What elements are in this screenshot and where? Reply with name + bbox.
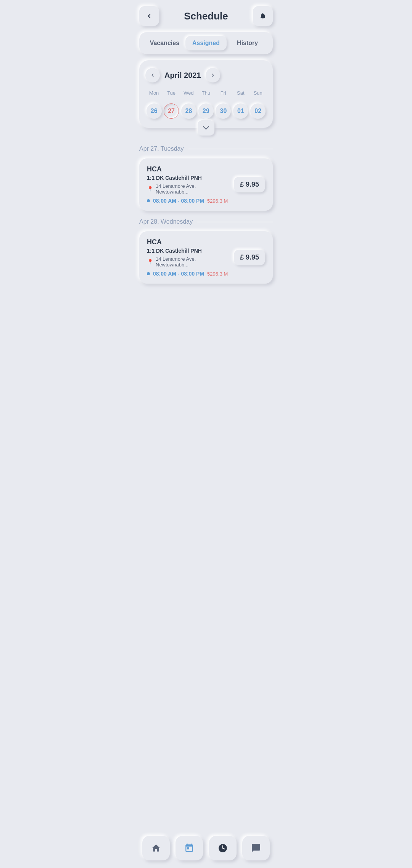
card-price-apr27[interactable]: £ 9.95 bbox=[234, 177, 265, 192]
card-title-apr27: HCA bbox=[147, 165, 229, 173]
date-divider-apr28 bbox=[197, 222, 273, 222]
day-number-26[interactable]: 26 bbox=[146, 103, 162, 119]
tab-history[interactable]: History bbox=[227, 36, 268, 50]
card-time-apr28: 08:00 AM - 08:00 PM 5296.3 M bbox=[147, 271, 229, 277]
day-label-mon: Mon bbox=[145, 89, 163, 97]
card-title-apr28: HCA bbox=[147, 238, 229, 246]
calendar-next-button[interactable] bbox=[206, 68, 220, 82]
card-time-apr27: 08:00 AM - 08:00 PM 5296.3 M bbox=[147, 198, 229, 204]
notification-button[interactable] bbox=[253, 6, 273, 26]
day-number-01[interactable]: 01 bbox=[233, 103, 248, 119]
day-cell-29[interactable]: 29 bbox=[197, 102, 214, 120]
day-cell-30[interactable]: 30 bbox=[215, 102, 232, 120]
date-heading-apr27: Apr 27, Tuesday bbox=[139, 145, 273, 152]
day-cell-27[interactable]: 27 bbox=[163, 102, 180, 120]
day-number-27[interactable]: 27 bbox=[164, 103, 179, 119]
day-label-thu: Thu bbox=[197, 89, 214, 97]
card-content-apr28: HCA 1:1 DK Castlehill PNH 📍 14 Lenamore … bbox=[147, 238, 229, 277]
back-button[interactable] bbox=[139, 6, 159, 26]
card-content-apr27: HCA 1:1 DK Castlehill PNH 📍 14 Lenamore … bbox=[147, 165, 229, 204]
calendar-day-labels: Mon Tue Wed Thu Fri Sat Sun bbox=[145, 89, 267, 97]
page-title: Schedule bbox=[184, 10, 228, 22]
time-text-apr27: 08:00 AM - 08:00 PM bbox=[153, 198, 204, 204]
card-subtitle-apr28: 1:1 DK Castlehill PNH bbox=[147, 248, 229, 254]
header: Schedule bbox=[132, 0, 280, 31]
calendar-prev-button[interactable] bbox=[145, 68, 160, 82]
day-cell-01[interactable]: 01 bbox=[232, 102, 249, 120]
tab-vacancies[interactable]: Vacancies bbox=[144, 36, 185, 50]
day-cell-26[interactable]: 26 bbox=[145, 102, 163, 120]
tabs-container: Vacancies Assigned History bbox=[139, 32, 273, 54]
day-number-28[interactable]: 28 bbox=[181, 103, 196, 119]
calendar-expand-button[interactable] bbox=[198, 120, 214, 136]
card-location-text-apr27: 14 Lenamore Ave, Newtownabb... bbox=[156, 183, 229, 195]
location-pin-icon-apr27: 📍 bbox=[147, 186, 153, 192]
card-location-text-apr28: 14 Lenamore Ave, Newtownabb... bbox=[156, 256, 229, 268]
schedule-card-apr28[interactable]: HCA 1:1 DK Castlehill PNH 📍 14 Lenamore … bbox=[139, 231, 273, 284]
day-cell-28[interactable]: 28 bbox=[180, 102, 197, 120]
location-pin-icon-apr28: 📍 bbox=[147, 259, 153, 265]
date-divider-apr27 bbox=[188, 149, 273, 149]
day-number-30[interactable]: 30 bbox=[216, 103, 231, 119]
calendar-header: April 2021 bbox=[145, 68, 267, 82]
distance-text-apr27: 5296.3 M bbox=[207, 198, 228, 204]
calendar: April 2021 Mon Tue Wed Thu Fri Sat Sun 2… bbox=[139, 60, 273, 128]
day-label-tue: Tue bbox=[163, 89, 180, 97]
time-dot-apr28 bbox=[147, 272, 150, 275]
card-price-apr28[interactable]: £ 9.95 bbox=[234, 250, 265, 265]
card-location-apr27: 📍 14 Lenamore Ave, Newtownabb... bbox=[147, 183, 229, 195]
time-dot-apr27 bbox=[147, 199, 150, 202]
day-label-fri: Fri bbox=[215, 89, 232, 97]
card-location-apr28: 📍 14 Lenamore Ave, Newtownabb... bbox=[147, 256, 229, 268]
date-label-apr27: Apr 27, Tuesday bbox=[139, 145, 184, 152]
day-number-02[interactable]: 02 bbox=[250, 103, 266, 119]
schedule-card-apr27[interactable]: HCA 1:1 DK Castlehill PNH 📍 14 Lenamore … bbox=[139, 158, 273, 211]
tab-assigned[interactable]: Assigned bbox=[185, 36, 227, 50]
date-label-apr28: Apr 28, Wednesday bbox=[139, 218, 193, 225]
card-subtitle-apr27: 1:1 DK Castlehill PNH bbox=[147, 175, 229, 181]
time-text-apr28: 08:00 AM - 08:00 PM bbox=[153, 271, 204, 277]
date-heading-apr28: Apr 28, Wednesday bbox=[139, 218, 273, 225]
schedule-section: Apr 27, Tuesday HCA 1:1 DK Castlehill PN… bbox=[132, 145, 280, 291]
bottom-spacer bbox=[132, 291, 280, 329]
page: Schedule Vacancies Assigned History Apri… bbox=[132, 0, 280, 329]
day-label-sun: Sun bbox=[249, 89, 267, 97]
day-cell-02[interactable]: 02 bbox=[249, 102, 267, 120]
day-label-wed: Wed bbox=[180, 89, 197, 97]
day-label-sat: Sat bbox=[232, 89, 249, 97]
calendar-month: April 2021 bbox=[164, 71, 201, 80]
day-number-29[interactable]: 29 bbox=[198, 103, 214, 119]
distance-text-apr28: 5296.3 M bbox=[207, 271, 228, 277]
